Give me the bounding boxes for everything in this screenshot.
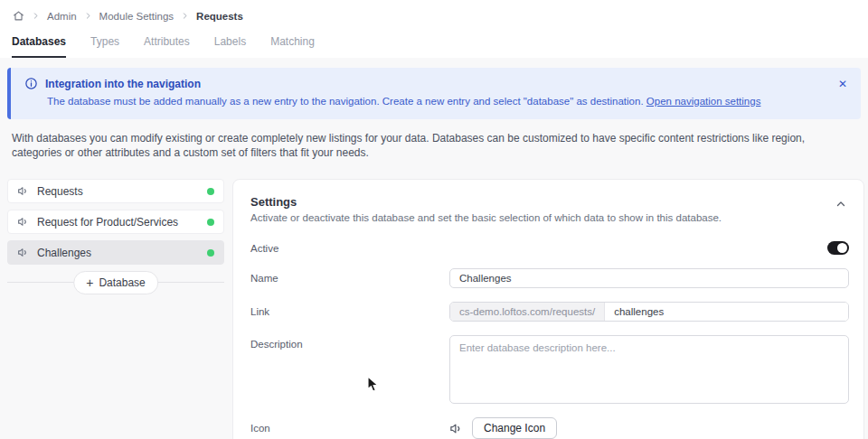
tab-databases[interactable]: Databases [12,35,66,59]
megaphone-icon [17,185,29,197]
database-list: Requests Request for Product/Services Ch… [7,179,224,283]
database-item-request-for-product-services[interactable]: Request for Product/Services [7,210,224,234]
divider: + Database [7,282,224,283]
tab-matching[interactable]: Matching [270,35,315,59]
chevron-right-icon [181,12,189,20]
status-dot [207,188,214,195]
link-label: Link [250,306,449,317]
chevron-right-icon [32,12,40,20]
active-row: Active [250,241,849,255]
name-input[interactable] [449,268,849,288]
navigation-info-banner: Integration into the navigation The data… [7,68,861,119]
active-label: Active [250,243,449,254]
active-toggle[interactable] [827,241,849,255]
home-icon[interactable] [13,10,24,22]
panel-subtitle: Activate or deactivate this database and… [250,212,849,223]
tab-types[interactable]: Types [90,35,119,59]
description-label: Description [250,339,449,350]
close-icon[interactable]: ✕ [838,79,847,89]
database-item-label: Request for Product/Services [37,216,178,229]
tab-labels[interactable]: Labels [214,35,246,59]
icon-label: Icon [250,423,449,434]
banner-text: The database must be added manually as a… [47,95,830,109]
link-prefix: cs-demo.loftos.com/requests/ [450,303,605,321]
megaphone-icon [449,422,463,435]
breadcrumb-admin[interactable]: Admin [47,11,77,22]
database-item-challenges[interactable]: Challenges [7,240,224,265]
description-row: Description [250,335,849,404]
add-database-button[interactable]: + Database [73,271,158,294]
tab-bar: Databases Types Attributes Labels Matchi… [0,22,868,59]
info-icon [24,77,38,90]
chevron-right-icon [84,12,92,20]
link-input-group: cs-demo.loftos.com/requests/ [449,302,849,322]
megaphone-icon [17,216,29,228]
panel-title: Settings [250,195,849,209]
link-slug-input[interactable] [605,303,848,321]
plus-icon: + [86,276,93,289]
open-navigation-settings-link[interactable]: Open navigation settings [646,96,761,107]
breadcrumb: Admin Module Settings Requests [0,0,868,22]
database-item-requests[interactable]: Requests [7,179,224,203]
database-item-label: Requests [37,185,83,198]
tab-attributes[interactable]: Attributes [144,35,190,59]
name-row: Name [250,268,849,288]
description-textarea[interactable] [449,335,849,404]
banner-title: Integration into the navigation [45,78,201,90]
top-bar: Admin Module Settings Requests Databases… [0,0,868,59]
settings-panel: Settings Activate or deactivate this dat… [232,179,864,439]
breadcrumb-requests: Requests [196,11,243,22]
intro-paragraph: With databases you can modify existing o… [0,119,868,162]
status-dot [207,219,214,226]
breadcrumb-module-settings[interactable]: Module Settings [99,11,174,22]
name-label: Name [250,273,449,284]
content-area: Integration into the navigation The data… [0,58,868,439]
link-row: Link cs-demo.loftos.com/requests/ [250,302,849,322]
database-item-label: Challenges [37,247,91,259]
icon-row: Icon Change Icon [250,417,849,439]
chevron-up-icon[interactable] [835,198,847,210]
change-icon-button[interactable]: Change Icon [472,417,557,439]
status-dot [207,249,214,257]
megaphone-icon [17,247,29,258]
